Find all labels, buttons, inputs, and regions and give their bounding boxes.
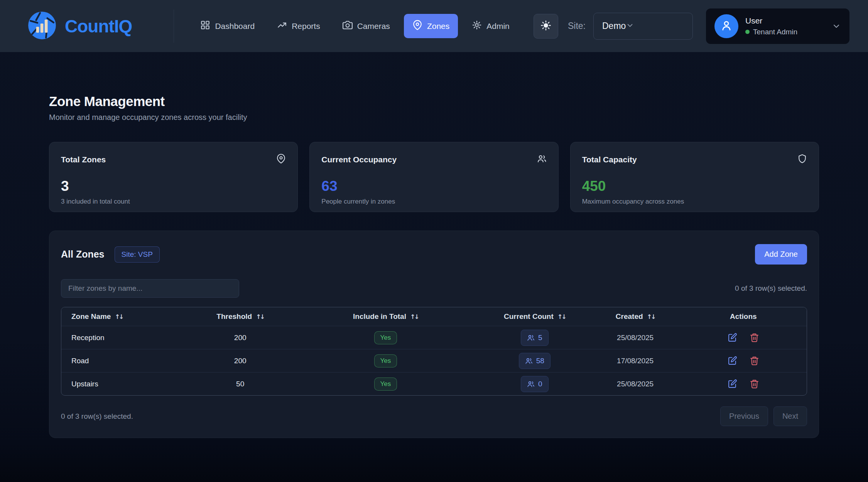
stats-row: Total Zones 3 3 included in total count …	[49, 142, 819, 212]
table-row: Road 200 Yes 58 17/08/2025	[61, 349, 807, 372]
stat-title: Total Zones	[61, 155, 106, 164]
stat-value: 450	[582, 178, 807, 194]
table-row: Upstairs 50 Yes 0 25/08/2025	[61, 372, 807, 395]
include-in-total-cell: Yes	[292, 354, 479, 367]
main-nav: Dashboard Reports Cameras Zones	[174, 10, 558, 43]
row-actions	[680, 378, 807, 389]
zone-name: Reception	[61, 334, 188, 342]
user-menu[interactable]: User Tenant Admin	[706, 8, 849, 44]
previous-page-button[interactable]: Previous	[720, 406, 768, 426]
stat-card-total-zones: Total Zones 3 3 included in total count	[49, 142, 298, 212]
nav-item-zones[interactable]: Zones	[404, 14, 458, 38]
sort-icon[interactable]: ↑↓	[557, 313, 566, 320]
column-header-created[interactable]: Created ↑↓	[591, 312, 680, 321]
stat-value: 63	[321, 178, 546, 194]
status-dot	[745, 30, 750, 34]
column-header-include-in-total[interactable]: Include in Total ↑↓	[292, 312, 479, 321]
main-content: Zone Management Monitor and manage occup…	[0, 52, 868, 482]
zone-name: Upstairs	[61, 380, 188, 388]
site-picker: Site: Demo	[568, 13, 693, 40]
delete-zone-button[interactable]	[749, 378, 760, 389]
zone-created-date: 25/08/2025	[591, 380, 680, 388]
user-icon	[720, 19, 733, 34]
filter-zones-input[interactable]	[61, 279, 239, 298]
nav-label: Cameras	[357, 22, 390, 31]
page-title: Zone Management	[49, 94, 819, 109]
stat-card-total-capacity: Total Capacity 450 Maximum occupancy acr…	[570, 142, 819, 212]
edit-zone-button[interactable]	[727, 332, 738, 343]
stat-desc: People currently in zones	[321, 198, 546, 206]
table-header-row: Zone Name ↑↓ Threshold ↑↓ Include in Tot…	[61, 307, 807, 326]
include-badge: Yes	[374, 331, 397, 344]
users-icon	[527, 380, 535, 388]
table-row: Reception 200 Yes 5 25/08/2025	[61, 326, 807, 349]
site-label: Site:	[568, 21, 586, 31]
zones-table: Zone Name ↑↓ Threshold ↑↓ Include in Tot…	[61, 307, 807, 396]
current-count-cell: 5	[479, 330, 591, 346]
nav-label: Zones	[427, 22, 449, 31]
next-page-button[interactable]: Next	[773, 406, 807, 426]
user-meta: User Tenant Admin	[745, 16, 797, 36]
camera-icon	[343, 20, 353, 32]
zone-name: Road	[61, 357, 188, 365]
avatar	[714, 14, 738, 38]
nav-item-cameras[interactable]: Cameras	[334, 14, 399, 38]
sort-icon[interactable]: ↑↓	[647, 313, 655, 320]
top-navigation-bar: CountIQ Dashboard Reports Cameras	[0, 0, 868, 52]
count-badge: 0	[521, 376, 549, 392]
zone-threshold: 200	[188, 357, 292, 365]
brand-name: CountIQ	[65, 16, 132, 37]
nav-item-admin[interactable]: Admin	[463, 14, 518, 38]
zone-threshold: 200	[188, 334, 292, 342]
users-icon	[537, 154, 547, 165]
nav-label: Dashboard	[215, 22, 255, 31]
brand[interactable]: CountIQ	[26, 10, 132, 43]
row-actions	[680, 332, 807, 343]
column-header-current-count[interactable]: Current Count ↑↓	[479, 312, 591, 321]
stat-title: Total Capacity	[582, 155, 637, 164]
users-icon	[525, 357, 533, 365]
include-badge: Yes	[374, 354, 397, 367]
stat-card-current-occupancy: Current Occupancy 63 People currently in…	[309, 142, 558, 212]
site-select-value: Demo	[602, 21, 626, 31]
zone-created-date: 17/08/2025	[591, 357, 680, 365]
app-root: CountIQ Dashboard Reports Cameras	[0, 0, 868, 482]
nav-item-dashboard[interactable]: Dashboard	[192, 14, 263, 38]
nav-label: Admin	[486, 22, 510, 31]
users-icon	[527, 334, 535, 342]
zone-created-date: 25/08/2025	[591, 334, 680, 342]
user-role: Tenant Admin	[745, 28, 797, 36]
sort-icon[interactable]: ↑↓	[256, 313, 264, 320]
column-header-threshold[interactable]: Threshold ↑↓	[188, 312, 292, 321]
selected-rows-text-bottom: 0 of 3 row(s) selected.	[61, 412, 133, 421]
zones-panel: All Zones Site: VSP Add Zone 0 of 3 row(…	[49, 231, 819, 438]
count-badge: 58	[519, 353, 551, 369]
include-in-total-cell: Yes	[292, 378, 479, 391]
column-header-actions: Actions	[680, 312, 807, 321]
page-subtitle: Monitor and manage occupancy zones acros…	[49, 113, 819, 122]
header-right: Site: Demo User	[568, 8, 849, 44]
nav-label: Reports	[292, 22, 320, 31]
nav-item-reports[interactable]: Reports	[269, 14, 329, 38]
stat-desc: 3 included in total count	[61, 198, 286, 206]
add-zone-button[interactable]: Add Zone	[755, 244, 807, 265]
site-select[interactable]: Demo	[593, 13, 693, 40]
pagination: Previous Next	[720, 406, 807, 426]
delete-zone-button[interactable]	[749, 355, 760, 366]
theme-toggle-button[interactable]	[534, 14, 558, 39]
site-badge: Site: VSP	[115, 246, 160, 263]
current-count-cell: 58	[479, 353, 591, 369]
chevron-down-icon	[626, 21, 634, 31]
edit-zone-button[interactable]	[727, 378, 738, 389]
grid-icon	[200, 20, 210, 32]
sort-icon[interactable]: ↑↓	[410, 313, 418, 320]
column-header-zone-name[interactable]: Zone Name ↑↓	[61, 312, 188, 321]
edit-zone-button[interactable]	[727, 355, 738, 366]
include-in-total-cell: Yes	[292, 331, 479, 344]
delete-zone-button[interactable]	[749, 332, 760, 343]
chevron-down-icon	[832, 22, 841, 31]
stat-desc: Maximum occupancy across zones	[582, 198, 807, 206]
shield-icon	[797, 154, 807, 165]
gear-icon	[472, 20, 482, 32]
sort-icon[interactable]: ↑↓	[115, 313, 123, 320]
